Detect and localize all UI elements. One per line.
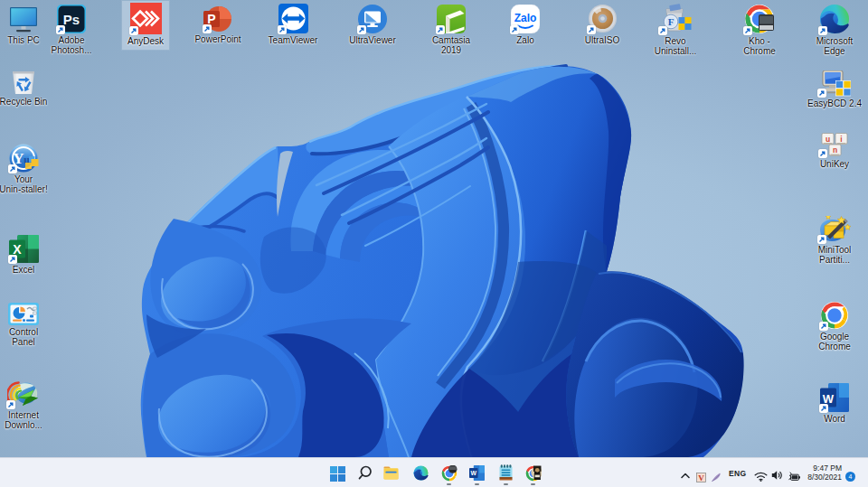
svg-text:u: u	[825, 135, 829, 144]
svg-text:V: V	[698, 473, 704, 482]
svg-text:Zalo: Zalo	[514, 12, 537, 24]
svg-text:F: F	[668, 16, 675, 27]
svg-text:n: n	[832, 145, 836, 155]
svg-text:Ps: Ps	[63, 12, 80, 27]
svg-text:W: W	[470, 470, 476, 476]
svg-text:i: i	[840, 135, 842, 144]
svg-text:4: 4	[849, 473, 853, 480]
